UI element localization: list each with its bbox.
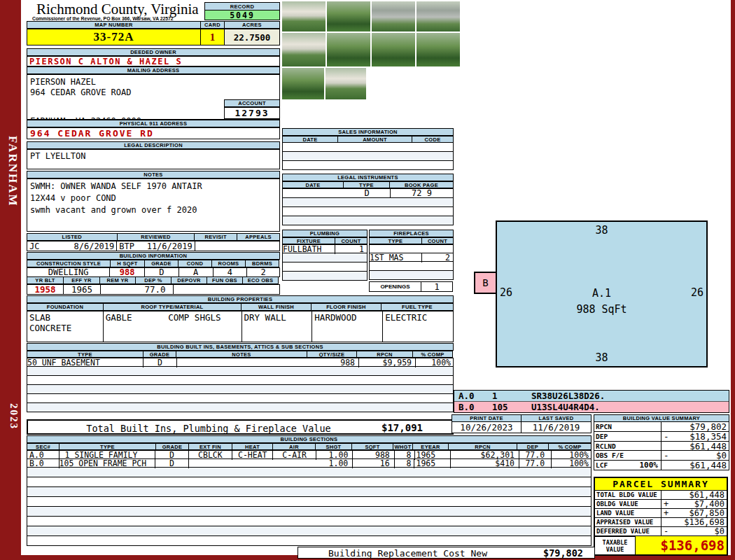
instrument-bookpage-header: BOOK PAGE	[389, 181, 454, 188]
sec-sqft: 16	[353, 458, 394, 468]
sec-sqft-header: SQFT	[351, 443, 393, 450]
effyr-value: 1965	[64, 284, 101, 295]
parcel-row-label: DEFERRED VALUE	[595, 527, 662, 536]
mailing-line-1: PIERSON HAZEL	[30, 77, 279, 87]
fireplace-count: 2	[422, 253, 453, 262]
builtin-grade: D	[144, 358, 177, 368]
builtin-type-header: TYPE	[27, 351, 144, 358]
building-sections-table: SEC# TYPE GRADE EXT FIN HEAT AIR SHGT SQ…	[27, 443, 592, 546]
rooms-value: 4	[214, 267, 248, 277]
bvs-op: -	[664, 450, 669, 461]
record-value: 5049	[204, 10, 280, 20]
openings-value: 1	[421, 281, 453, 292]
bdrms-value: 2	[247, 267, 279, 277]
builtin-total-value: $17,091	[382, 422, 423, 433]
parcel-row-value: $136,698	[684, 517, 724, 527]
photo-thumbnail[interactable]	[372, 33, 415, 66]
hsqft-header: H SQFT	[110, 260, 145, 267]
map-card-acres: MAP NUMBER CARD ACRES 33-72A 1 22.7500	[27, 21, 280, 46]
builtin-type: 50 UNF BASEMENT	[27, 358, 144, 368]
sec-type-header: TYPE	[59, 443, 156, 450]
photo-thumbnail[interactable]	[282, 1, 326, 31]
fireplace-empty-row	[369, 271, 454, 280]
reviewed-header: REVIEWED	[117, 233, 195, 241]
instrument-empty-row	[282, 198, 454, 207]
instrument-type: D	[344, 188, 391, 198]
parcel-row-value: $7,400	[694, 499, 724, 509]
year-label: 2023	[1, 388, 20, 444]
sales-information-table: DATE AMOUNT CODE	[282, 136, 454, 170]
photo-thumbnail[interactable]	[326, 68, 366, 99]
physical-address-header: PHYSICAL 911 ADDRESS	[27, 120, 280, 127]
bvs-value: $61,448	[690, 460, 727, 470]
sketch-code-sec: A.0	[454, 391, 492, 401]
building-value-summary: BUILDING VALUE SUMMARY RPCN $79,802 DEP …	[594, 414, 729, 470]
builtin-qty: 988	[309, 358, 359, 368]
sketch-section-b: B	[474, 272, 497, 294]
taxable-value: $136,698	[636, 536, 727, 554]
floor-finish-value: HARDWOOD	[312, 312, 383, 342]
notes-line-2: 12X44 v poor COND	[30, 193, 279, 203]
sec-num: B.0	[27, 458, 59, 468]
parcel-row-value: $61,448	[689, 490, 724, 500]
photo-thumbnail[interactable]	[416, 33, 460, 66]
print-info: PRINT DATE LAST SAVED 10/26/2023 11/6/20…	[451, 414, 592, 433]
fixture-count-header: COUNT	[335, 237, 368, 244]
fireplace-empty-row	[369, 262, 454, 271]
photo-thumbnail[interactable]	[282, 33, 326, 66]
roof-header: ROOF TYPE/MATERIAL	[103, 303, 241, 311]
revisit-header: REVISIT	[194, 233, 237, 241]
sales-information-header: SALES INFORMATION	[282, 128, 454, 136]
sketch-code-string: SR38U26L38D26.	[531, 391, 605, 401]
dep-pct-header: DEP %	[135, 276, 172, 284]
builtin-notes-header: NOTES	[176, 351, 307, 358]
right-border	[731, 0, 735, 560]
property-record-card: FARNHAM 2023 Richmond County, Virginia C…	[0, 0, 735, 560]
builtin-empty-row	[27, 394, 454, 403]
builtin-comp-header: % COMP	[412, 351, 453, 358]
commissioner-line: Commissioner of the Revenue, PO Box 366,…	[32, 16, 207, 21]
building-information-header: BUILDING INFORMATION	[27, 252, 280, 260]
section-empty-row	[27, 536, 592, 546]
sec-rpcn: $410	[451, 458, 519, 468]
builtin-empty-row	[27, 376, 454, 385]
sec-rpcn-header: RPCN	[448, 443, 517, 450]
wall-finish-value: DRY WALL	[242, 312, 313, 342]
fixture-type: FULLBATH	[283, 244, 335, 254]
openings-label: OPENINGS	[369, 281, 421, 292]
ecoobs-header: ECO OBS	[242, 276, 279, 284]
grade-header: GRADE	[144, 260, 178, 267]
plumbing-empty-row	[282, 262, 368, 272]
district-label: FARNHAM	[1, 98, 20, 245]
photo-thumbnail[interactable]	[327, 33, 370, 66]
builtin-grade-header: GRADE	[143, 351, 176, 358]
bvs-label: DEP	[594, 432, 662, 441]
section-empty-row	[27, 526, 592, 536]
parcel-row-op: +	[664, 508, 668, 518]
sketch-code-row: B.0 105 U13SL4U4R4D4.	[454, 402, 729, 412]
account-value: 12793	[224, 107, 280, 119]
parcel-row-op: +	[664, 499, 668, 509]
builtin-total-label: Total Built Ins, Plumbing & Fireplace Va…	[28, 423, 389, 434]
photo-thumbnail[interactable]	[372, 1, 415, 31]
foundation-line-2: CONCRETE	[29, 323, 103, 333]
builtin-rpcn: $9,959	[359, 358, 416, 368]
built-ins-table: TYPE GRADE NOTES QTY/SIZE RPCN % COMP 50…	[27, 351, 454, 412]
photo-thumbnail[interactable]	[416, 1, 460, 31]
section-empty-row	[27, 497, 592, 507]
building-sections-header: BUILDING SECTIONS	[27, 435, 592, 443]
sketch-area: 38 38 26 26 A.1 988 SqFt B	[456, 210, 729, 388]
replacement-cost-row: Building Replacement Cost New $79,802	[298, 547, 595, 559]
builtin-empty-row	[27, 367, 454, 376]
depovr-header: DEPOVR	[171, 276, 207, 284]
physical-address-value: 964 CEDAR GROVE RD	[27, 127, 280, 139]
bvs-label: RCLND	[594, 442, 662, 450]
sales-empty-row	[282, 152, 454, 161]
card-value: 1	[200, 29, 225, 46]
effyr-header: EFF YR	[63, 276, 100, 284]
photo-thumbnail[interactable]	[327, 1, 370, 31]
review-table: LISTED REVIEWED REVISIT APPEALS JC 8/6/2…	[27, 233, 280, 251]
photo-thumbnail[interactable]	[282, 68, 324, 99]
foundation-line-1: SLAB	[29, 312, 103, 323]
fireplace-type-header: TYPE	[369, 237, 422, 244]
